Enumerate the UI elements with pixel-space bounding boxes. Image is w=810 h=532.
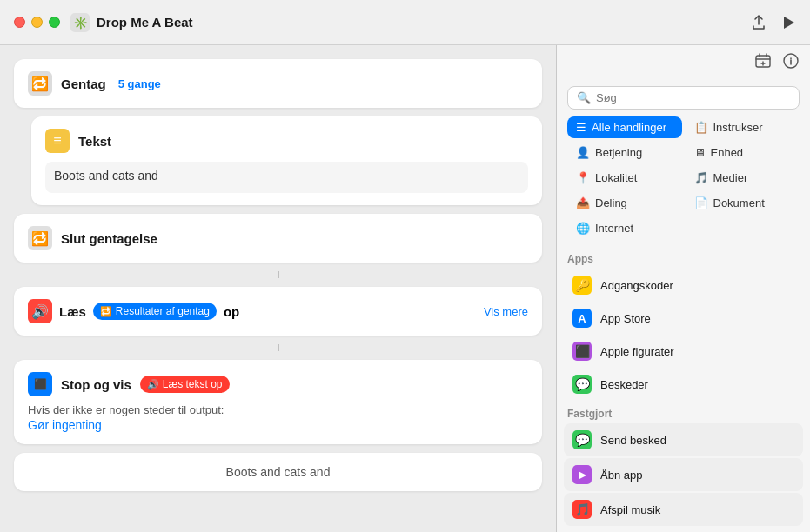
enhed-icon: 🖥 [694, 146, 706, 159]
laes-badge-icon: 🔁 [100, 306, 112, 317]
laes-icon: 🔊 [28, 299, 52, 323]
abn-app-icon: ▶ [572, 465, 592, 484]
app-icon: ✳️ [70, 13, 90, 32]
action-app-store[interactable]: A App Store [564, 302, 803, 335]
search-input[interactable] [596, 91, 790, 104]
filter-lokalitet[interactable]: 📍 Lokalitet [567, 167, 682, 189]
tekst-body[interactable]: Boots and cats and [45, 162, 528, 193]
laes-badge-text: Resultater af gentag [116, 305, 210, 317]
action-afspil-musik[interactable]: 🎵 Afspil musik [564, 493, 803, 526]
tekst-title: Tekst [78, 134, 111, 149]
apps-section-header: Apps [564, 246, 803, 269]
alle-label: Alle handlinger [592, 121, 666, 134]
gentag-badge: 5 gange [118, 77, 161, 90]
filter-alle-handlinger[interactable]: ☰ Alle handlinger [567, 116, 682, 138]
stop-no-output: Hvis der ikke er nogen steder til output… [28, 403, 528, 416]
internet-label: Internet [595, 222, 633, 235]
close-button[interactable] [14, 17, 25, 28]
instrukser-section-header: Instrukser [564, 528, 803, 532]
tekst-icon: ≡ [45, 129, 70, 153]
filter-internet[interactable]: 🌐 Internet [567, 217, 682, 239]
instrukser-icon: 📋 [694, 121, 708, 134]
apple-figurater-icon: ⬛ [572, 342, 592, 361]
slut-icon: 🔁 [28, 226, 52, 250]
divider-1 [14, 271, 542, 278]
send-besked-label: Send besked [600, 434, 666, 447]
play-icon [782, 15, 796, 30]
output-text: Boots and cats and [226, 465, 331, 479]
send-besked-icon: 💬 [572, 430, 592, 449]
betjening-label: Betjening [595, 146, 642, 159]
gentag-card[interactable]: 🔁 Gentag 5 gange [14, 59, 542, 108]
info-button[interactable] [782, 52, 800, 74]
stop-icon: ⬛ [28, 372, 52, 396]
minimize-button[interactable] [31, 17, 43, 28]
action-abn-app[interactable]: ▶ Åbn app [564, 458, 803, 491]
laes-badge: 🔁 Resultater af gentag [93, 303, 217, 320]
action-beskeder[interactable]: 💬 Beskeder [564, 368, 803, 401]
traffic-lights [14, 17, 60, 28]
app-store-icon: A [572, 309, 592, 328]
filter-enhed[interactable]: 🖥 Enhed [686, 142, 800, 163]
fastgjort-section-header: Fastgjort [564, 401, 803, 423]
stop-badge-text: Læs tekst op [163, 378, 223, 390]
search-icon: 🔍 [577, 91, 591, 104]
laes-vis-mere[interactable]: Vis mere [484, 305, 528, 318]
slut-card-header: 🔁 Slut gentagelse [28, 226, 528, 250]
slut-gentagelse-card[interactable]: 🔁 Slut gentagelse [14, 214, 542, 263]
tekst-card-header: ≡ Tekst [45, 129, 528, 153]
main-content: 🔁 Gentag 5 gange ≡ Tekst Boots and cats … [0, 45, 810, 532]
workflow-panel: 🔁 Gentag 5 gange ≡ Tekst Boots and cats … [0, 45, 557, 532]
app-title: Drop Me A Beat [97, 15, 751, 30]
internet-icon: 🌐 [576, 222, 590, 235]
abn-app-label: Åbn app [600, 469, 642, 482]
calendar-plus-icon [754, 52, 772, 70]
laes-title: Læs [59, 304, 86, 319]
lokalitet-icon: 📍 [576, 171, 590, 184]
action-send-besked[interactable]: 💬 Send besked [564, 423, 803, 456]
laes-card-content: 🔊 Læs 🔁 Resultater af gentag op Vis mere [28, 299, 528, 323]
stop-badge-icon: 🔊 [147, 379, 159, 390]
laes-card-left: 🔊 Læs 🔁 Resultater af gentag op [28, 299, 239, 323]
actions-panel: 🔍 ☰ Alle handlinger 📋 Instrukser 👤 Betje… [557, 45, 810, 532]
search-bar: 🔍 [557, 77, 810, 116]
stop-title: Stop og vis [61, 377, 131, 392]
info-icon [782, 52, 800, 70]
play-button[interactable] [782, 15, 796, 30]
app-store-label: App Store [600, 312, 651, 325]
dokument-icon: 📄 [694, 196, 708, 209]
beskeder-label: Beskeder [600, 378, 648, 391]
enhed-label: Enhed [711, 146, 744, 159]
adgangskoder-icon: 🔑 [572, 276, 592, 295]
gentag-icon: 🔁 [28, 71, 52, 96]
filter-deling[interactable]: 📤 Deling [567, 192, 682, 214]
titlebar: ✳️ Drop Me A Beat [0, 0, 810, 45]
gentag-title: Gentag [61, 76, 106, 91]
filter-dokument[interactable]: 📄 Dokument [686, 192, 800, 214]
slut-title: Slut gentagelse [61, 231, 157, 246]
action-adgangskoder[interactable]: 🔑 Adgangskoder [564, 269, 803, 302]
gentag-card-header: 🔁 Gentag 5 gange [28, 71, 528, 96]
stop-do-nothing[interactable]: Gør ingenting [28, 418, 528, 432]
apple-figurater-label: Apple figurater [600, 345, 674, 358]
tekst-card[interactable]: ≡ Tekst Boots and cats and [31, 116, 542, 205]
filter-betjening[interactable]: 👤 Betjening [567, 142, 682, 163]
stop-card[interactable]: ⬛ Stop og vis 🔊 Læs tekst op Hvis der ik… [14, 360, 542, 444]
share-button[interactable] [751, 15, 766, 30]
filter-medier[interactable]: 🎵 Medier [686, 167, 800, 189]
adgangskoder-label: Adgangskoder [600, 279, 673, 292]
dokument-label: Dokument [713, 196, 765, 209]
stop-badge: 🔊 Læs tekst op [140, 376, 230, 393]
medier-icon: 🎵 [694, 171, 708, 184]
maximize-button[interactable] [49, 17, 60, 28]
afspil-musik-label: Afspil musik [600, 503, 660, 516]
afspil-musik-icon: 🎵 [572, 500, 592, 519]
filter-instrukser[interactable]: 📋 Instrukser [686, 116, 800, 138]
add-action-button[interactable] [754, 52, 772, 74]
action-apple-figurater[interactable]: ⬛ Apple figurater [564, 335, 803, 368]
beskeder-icon: 💬 [572, 375, 592, 394]
category-filter: ☰ Alle handlinger 📋 Instrukser 👤 Betjeni… [557, 116, 810, 246]
medier-label: Medier [713, 171, 748, 184]
search-input-wrap: 🔍 [567, 86, 800, 110]
laes-card[interactable]: 🔊 Læs 🔁 Resultater af gentag op Vis mere [14, 287, 542, 336]
